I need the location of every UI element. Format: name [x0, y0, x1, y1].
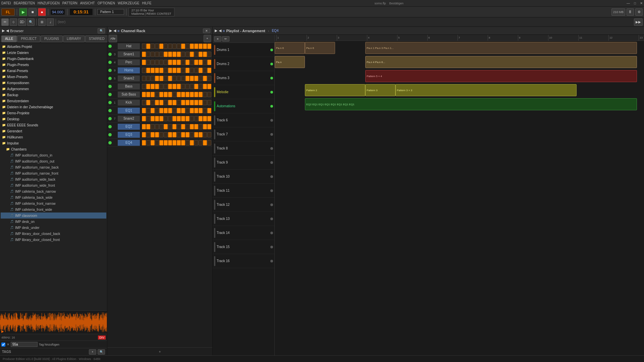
pad-2-8[interactable] [177, 60, 181, 65]
pad-5-2[interactable] [151, 84, 155, 89]
pad-1-7[interactable] [172, 52, 176, 57]
pad-4-6[interactable] [168, 76, 172, 81]
pad-6-6[interactable] [168, 92, 172, 97]
pad-11-6[interactable] [168, 132, 172, 137]
pad-11-14[interactable] [203, 132, 207, 137]
pad-1-11[interactable] [190, 52, 194, 57]
pad-0-15[interactable] [207, 44, 211, 49]
browser-item[interactable]: 🎵IMP cafeteria_back_narrow [1, 188, 106, 194]
ch-active-btn-8[interactable] [108, 109, 112, 112]
ch-name-btn-10[interactable]: EQ2 [118, 124, 140, 130]
pad-2-13[interactable] [199, 60, 203, 65]
track-mute-btn[interactable] [270, 161, 273, 164]
browser-item[interactable]: 🎵IMP auditorium_wide_front [1, 182, 106, 188]
track-mute-btn[interactable] [270, 91, 273, 94]
pad-12-14[interactable] [203, 140, 207, 145]
track-label-row[interactable]: Track 10 [213, 170, 274, 184]
browser-item[interactable]: 🎵IMP library_door_closed_back [1, 231, 106, 237]
pad-8-8[interactable] [177, 108, 181, 113]
tab-library[interactable]: LIBRARY [63, 36, 85, 42]
browser-item[interactable]: 📁Chambers [1, 146, 106, 152]
pad-7-1[interactable] [146, 100, 150, 105]
pad-6-1[interactable] [146, 92, 150, 97]
window-close[interactable]: ✕ [640, 1, 643, 5]
ch-name-btn-7[interactable]: Kick [118, 100, 140, 106]
pad-1-3[interactable] [155, 52, 159, 57]
pad-2-14[interactable] [203, 60, 207, 65]
settings-btn[interactable]: ⚙ [635, 8, 643, 16]
pad-2-15[interactable] [207, 60, 211, 65]
pad-7-5[interactable] [164, 100, 168, 105]
pad-7-3[interactable] [155, 100, 159, 105]
pad-3-2[interactable] [151, 68, 155, 73]
pad-7-9[interactable] [181, 100, 185, 105]
pad-0-3[interactable] [155, 44, 159, 49]
channel-filter-all[interactable]: Alle [109, 35, 117, 42]
track-mute-btn[interactable] [270, 175, 273, 178]
pad-10-15[interactable] [207, 124, 211, 129]
quantize-btn[interactable]: ♩ [47, 18, 54, 26]
tag-search-input[interactable] [11, 342, 38, 347]
pad-12-2[interactable] [151, 140, 155, 145]
snap-btn[interactable]: ⊞ [38, 18, 46, 26]
pad-7-12[interactable] [194, 100, 198, 105]
channel-row[interactable]: EQ3 [107, 131, 212, 139]
pad-6-2[interactable] [151, 92, 155, 97]
browser-item[interactable]: 🎵IMP cafeteria_front_narrow [1, 200, 106, 206]
pad-10-2[interactable] [151, 124, 155, 129]
pad-4-1[interactable] [146, 76, 150, 81]
channel-rack-add[interactable]: + [204, 35, 211, 42]
pad-1-6[interactable] [168, 52, 172, 57]
pad-6-7[interactable] [172, 92, 176, 97]
tag-checkbox[interactable] [1, 343, 5, 347]
pad-12-12[interactable] [194, 140, 198, 145]
track-mute-btn[interactable] [270, 260, 273, 262]
pad-8-2[interactable] [151, 108, 155, 113]
pad-4-8[interactable] [177, 76, 181, 81]
track-mute-btn[interactable] [270, 119, 273, 122]
track-mute-btn[interactable] [270, 218, 273, 220]
pad-1-10[interactable] [185, 52, 190, 57]
fl-logo[interactable]: FL [1, 8, 15, 16]
track-label-row[interactable]: Track 7 [213, 127, 274, 141]
pad-7-4[interactable] [159, 100, 163, 105]
pad-2-12[interactable] [194, 60, 198, 65]
pad-2-2[interactable] [151, 60, 155, 65]
timeline-block[interactable]: Pa.n 6 [275, 42, 305, 54]
pad-8-11[interactable] [190, 108, 194, 113]
track-label-row[interactable]: Track 12 [213, 198, 274, 212]
pad-4-5[interactable] [164, 76, 168, 81]
browser-item[interactable]: 📁Desktop [1, 116, 106, 122]
pad-5-10[interactable] [185, 84, 190, 89]
track-label-row[interactable]: Track 6 [213, 113, 274, 127]
pad-9-4[interactable] [159, 116, 163, 121]
track-mute-btn[interactable] [270, 147, 273, 150]
pad-3-3[interactable] [155, 68, 159, 73]
channel-row[interactable]: Sub Bass [107, 90, 212, 99]
pad-2-10[interactable] [185, 60, 190, 65]
pad-2-1[interactable] [146, 60, 150, 65]
pad-6-13[interactable] [199, 92, 203, 97]
pad-12-1[interactable] [146, 140, 150, 145]
browser-item[interactable]: 📁Impulse [1, 140, 106, 146]
toggle-btn[interactable]: ▶▶ [634, 18, 643, 26]
channel-row[interactable]: Bass [107, 82, 212, 90]
browser-item[interactable]: 📁Dateien in der Zwischenablage [1, 104, 106, 110]
track-mute-btn[interactable] [270, 203, 273, 206]
channel-row[interactable]: EQ4 [107, 139, 212, 147]
pad-10-13[interactable] [199, 124, 203, 129]
timeline-block[interactable]: Pattern 5 × 4 [365, 70, 637, 82]
pad-4-15[interactable] [207, 76, 211, 81]
pad-0-2[interactable] [151, 44, 155, 49]
pad-10-6[interactable] [168, 124, 172, 129]
pad-4-2[interactable] [151, 76, 155, 81]
pad-4-13[interactable] [199, 76, 203, 81]
pad-3-5[interactable] [164, 68, 168, 73]
browser-item[interactable]: 📁Kanal-Presets [1, 68, 106, 74]
menu-item-pattern[interactable]: PATTERN [62, 1, 77, 5]
channel-row[interactable]: 9 Horns [107, 66, 212, 74]
browser-item[interactable]: 📁Gerendert [1, 128, 106, 134]
track-mute-btn[interactable] [270, 49, 273, 51]
browser-item[interactable]: 🎵IMP desk_under [1, 225, 106, 231]
channel-row[interactable]: Hat [107, 42, 212, 50]
